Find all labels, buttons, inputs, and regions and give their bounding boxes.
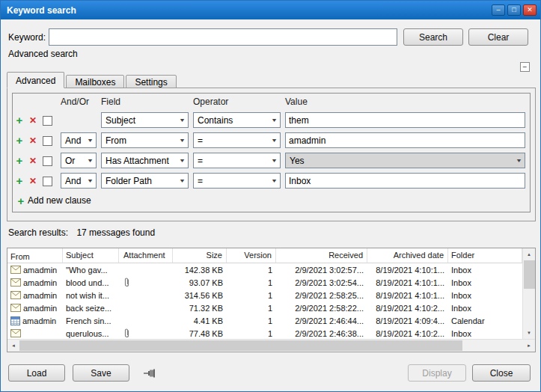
result-version: 1 (227, 329, 276, 338)
add-icon: + (14, 195, 28, 206)
chevron-down-icon: ▼ (87, 178, 94, 183)
clause-checkbox[interactable] (43, 116, 52, 126)
field-select-value: Subject (106, 115, 135, 126)
field-select[interactable]: Folder Path▼ (101, 173, 189, 189)
andor-select-value: Or (65, 156, 75, 166)
chevron-down-icon: ▼ (179, 138, 186, 143)
field-select-value: Has Attachment (106, 156, 169, 166)
clause-row: + ✕ Or▼ Has Attachment▼ =▼ Yes▼ (13, 150, 530, 171)
andor-select[interactable]: And▼ (61, 173, 97, 189)
result-row[interactable]: amadmin French sin... 4.41 KB 1 2/9/2021… (7, 314, 522, 327)
column-header-received[interactable]: Received (276, 248, 367, 263)
tab-advanced[interactable]: Advanced (7, 72, 64, 88)
column-header-attachment[interactable]: Attachment (119, 248, 173, 263)
add-clause-icon[interactable]: + (13, 175, 26, 186)
result-row[interactable]: amadmin not wish it... 314.56 KB 1 2/9/2… (7, 289, 522, 301)
value-input[interactable] (285, 132, 525, 148)
remove-clause-icon[interactable]: ✕ (26, 177, 40, 186)
operator-select[interactable]: =▼ (193, 153, 281, 168)
column-header-from[interactable]: From (7, 248, 63, 263)
field-select[interactable]: Subject▼ (101, 112, 189, 128)
column-header-version[interactable]: Version (227, 248, 276, 263)
clear-button[interactable]: Clear (468, 28, 528, 46)
load-button[interactable]: Load (8, 364, 65, 382)
minimize-button[interactable]: – (492, 4, 505, 16)
andor-select-value: And (65, 135, 81, 146)
collapse-panel-button[interactable]: − (520, 62, 530, 72)
chevron-down-icon: ▼ (179, 117, 186, 123)
add-new-clause-button[interactable]: + Add new clause (13, 191, 530, 210)
maximize-icon: □ (512, 7, 516, 13)
column-header-archived-date[interactable]: Archived date (367, 248, 448, 263)
clause-checkbox[interactable] (43, 136, 52, 146)
result-folder: Inbox (448, 278, 522, 287)
andor-select-value: And (65, 176, 81, 186)
column-header-folder[interactable]: Folder (448, 248, 522, 263)
result-size: 93.07 KB (173, 278, 227, 287)
pin-icon[interactable] (140, 366, 159, 381)
add-clause-icon[interactable]: + (13, 114, 26, 126)
save-button[interactable]: Save (73, 364, 129, 382)
clause-checkbox[interactable] (43, 177, 52, 186)
remove-clause-icon[interactable]: ✕ (26, 116, 40, 125)
result-received: 2/9/2021 2:46:38... (276, 329, 367, 338)
field-select[interactable]: Has Attachment▼ (101, 153, 189, 168)
result-received: 2/9/2021 3:02:54... (276, 278, 367, 287)
result-row[interactable]: amadmin "Who gav... 142.38 KB 1 2/9/2021… (7, 263, 522, 276)
result-archived-date: 8/19/2021 4:10:1... (367, 278, 448, 287)
calendar-icon (10, 316, 20, 325)
result-received: 2/9/2021 2:58:25... (276, 291, 367, 300)
column-header-size[interactable]: Size (173, 248, 227, 263)
operator-select[interactable]: =▼ (193, 132, 281, 148)
result-subject: not wish it... (63, 291, 119, 300)
add-clause-icon[interactable]: + (13, 155, 26, 166)
operator-select[interactable]: =▼ (193, 173, 281, 189)
result-row[interactable]: querulous... 77.48 KB 1 2/9/2021 2:46:38… (7, 327, 522, 339)
result-archived-date: 8/19/2021 4:10:2... (367, 304, 448, 313)
add-clause-icon[interactable]: + (13, 135, 26, 146)
titlebar[interactable]: Keyword search – □ ✕ (1, 1, 540, 19)
operator-select-value: Contains (198, 115, 233, 126)
andor-select[interactable]: Or▼ (61, 153, 97, 168)
operator-select-value: = (198, 176, 203, 186)
result-size: 314.56 KB (173, 291, 227, 300)
scroll-right-icon[interactable]: ► (523, 340, 535, 352)
scroll-up-icon[interactable]: ▲ (523, 248, 535, 260)
clause-checkbox[interactable] (43, 156, 52, 166)
chevron-down-icon: ▼ (87, 138, 94, 143)
tab-settings[interactable]: Settings (126, 75, 176, 88)
column-header-subject[interactable]: Subject (63, 248, 119, 263)
andor-select[interactable]: And▼ (61, 132, 97, 148)
keyword-input[interactable] (49, 28, 397, 46)
field-select-value: From (106, 135, 126, 146)
operator-select-value: = (198, 156, 203, 166)
maximize-button[interactable]: □ (507, 4, 521, 16)
vertical-scrollbar[interactable]: ▲ ▼ (522, 248, 535, 339)
horizontal-scrollbar[interactable]: ◄ ► (7, 339, 535, 352)
remove-clause-icon[interactable]: ✕ (26, 136, 40, 145)
close-window-button[interactable]: ✕ (523, 4, 537, 16)
result-from: amadmin (23, 304, 57, 313)
operator-select[interactable]: Contains▼ (193, 112, 281, 128)
chevron-down-icon: ▼ (87, 158, 94, 163)
close-button[interactable]: Close (472, 364, 531, 382)
result-subject: French sin... (63, 316, 119, 325)
search-button[interactable]: Search (403, 28, 463, 46)
add-new-clause-label: Add new clause (28, 195, 91, 206)
remove-clause-icon[interactable]: ✕ (26, 156, 40, 165)
result-size: 142.38 KB (173, 266, 227, 275)
scroll-left-icon[interactable]: ◄ (7, 340, 19, 352)
result-row[interactable]: amadmin blood und... 93.07 KB 1 2/9/2021… (7, 276, 522, 289)
value-input[interactable] (285, 112, 525, 128)
scroll-down-icon[interactable]: ▼ (523, 327, 535, 339)
vertical-scrollbar-thumb[interactable] (524, 260, 535, 289)
value-input[interactable] (285, 173, 525, 189)
tab-mailboxes[interactable]: Mailboxes (66, 75, 124, 88)
result-version: 1 (227, 278, 276, 287)
mail-icon (10, 329, 21, 337)
result-archived-date: 8/19/2021 4:10:2... (367, 329, 448, 338)
result-row[interactable]: amadmin back seize... 71.32 KB 1 2/9/202… (7, 301, 522, 314)
field-select[interactable]: From▼ (101, 132, 189, 148)
value-select[interactable]: Yes▼ (285, 153, 525, 168)
horizontal-scrollbar-thumb[interactable] (19, 340, 462, 351)
